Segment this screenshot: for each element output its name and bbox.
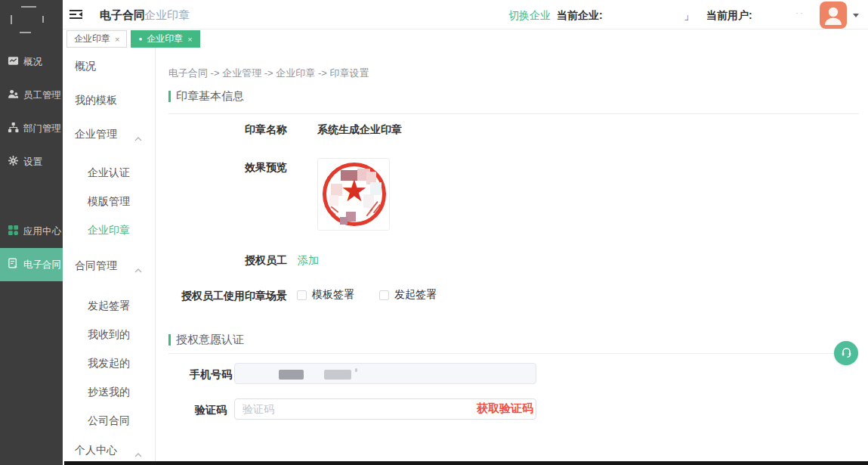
sidebar-item-label: 部门管理 — [23, 122, 61, 135]
sidebar-item-econtract[interactable]: 电子合同 — [0, 248, 63, 281]
tab-label: 企业印章 — [147, 33, 183, 45]
preview-label: 效果预览 — [156, 161, 287, 175]
current-user-label: 当前用户: — [706, 9, 752, 23]
menu-group-enterprise-mgmt[interactable]: 企业管理 — [63, 119, 155, 150]
menu-group-contract-mgmt[interactable]: 合同管理 — [63, 251, 155, 281]
breadcrumb-app: 电子合同 — [100, 8, 145, 23]
seal-name-label: 印章名称 — [156, 123, 287, 137]
seal-preview-image: ★ — [317, 158, 390, 231]
sidebar-item-label: 应用中心 — [23, 225, 61, 238]
current-company-label: 当前企业: — [557, 9, 603, 23]
menu-item-initiate-sign[interactable]: 发起签署 — [63, 292, 155, 321]
menu-item-overview[interactable]: 概况 — [63, 51, 155, 82]
checkbox-template-sign[interactable] — [297, 290, 307, 300]
section-auth-will: 授权意愿认证 — [168, 333, 244, 347]
add-staff-link[interactable]: 添加 — [298, 254, 319, 268]
page-path-trail: 电子合同 -> 企业管理 -> 企业印章 -> 印章设置 — [168, 67, 369, 80]
scene-options: 模板签署 发起签署 — [297, 288, 437, 302]
contract-icon — [8, 258, 19, 271]
sidebar-item-settings[interactable]: 设置 — [0, 145, 63, 178]
breadcrumb-separator: / — [135, 8, 138, 20]
apps-icon — [8, 225, 19, 238]
sidebar-item-label: 设置 — [23, 156, 42, 169]
star-icon: ★ — [318, 175, 390, 206]
sidebar-item-label: 员工管理 — [23, 89, 61, 102]
menu-item-cc-me[interactable]: 抄送我的 — [63, 378, 155, 407]
departments-icon — [8, 122, 19, 135]
close-icon[interactable]: × — [187, 35, 192, 44]
get-code-button[interactable]: 获取验证码 — [470, 401, 533, 416]
menu-label: 概况 — [75, 60, 96, 73]
sidebar-item-employees[interactable]: 员工管理 — [0, 79, 63, 112]
primary-sidebar: 概况 员工管理 部门管理 设置 应用中心 — [0, 0, 63, 465]
section-bar — [168, 91, 171, 102]
menu-label: 抄送我的 — [88, 386, 130, 399]
redacted-user-text: ·· — [795, 8, 805, 18]
divider — [168, 113, 859, 114]
customer-service-button[interactable] — [834, 341, 858, 365]
sidebar-spacer — [0, 178, 63, 215]
menu-label: 合同管理 — [75, 259, 117, 273]
headset-icon — [840, 346, 853, 361]
menu-item-enterprise-cert[interactable]: 企业认证 — [63, 159, 155, 188]
dropdown-caret-icon[interactable] — [853, 14, 859, 17]
logo — [0, 0, 63, 45]
sidebar-item-overview[interactable]: 概况 — [0, 45, 63, 79]
tab-bar: 企业印章 × ● 企业印章 × — [63, 30, 200, 48]
chevron-up-icon — [134, 132, 142, 144]
menu-label: 我的模板 — [75, 94, 117, 107]
section-basic-info: 印章基本信息 — [168, 89, 244, 104]
menu-label: 个人中心 — [75, 444, 117, 457]
employees-icon — [8, 88, 19, 102]
switch-company-link[interactable]: 切换企业 — [508, 9, 551, 23]
section-title: 印章基本信息 — [176, 89, 244, 104]
menu-item-initiated[interactable]: 我发起的 — [63, 349, 155, 378]
top-header: 电子合同 / 企业印章 切换企业 当前企业: 」 当前用户: ·· — [63, 0, 868, 29]
checkbox-initiate-sign[interactable] — [379, 290, 389, 300]
app-window: 概况 员工管理 部门管理 设置 应用中心 — [0, 0, 868, 465]
phone-input[interactable] — [234, 363, 536, 384]
chevron-up-icon — [134, 263, 142, 275]
tab-label: 企业印章 — [74, 33, 110, 45]
phone-label: 手机号码 — [190, 368, 232, 382]
user-avatar[interactable] — [820, 2, 847, 29]
section-bar — [168, 334, 171, 346]
main-content: 电子合同 -> 企业管理 -> 企业印章 -> 印章设置 印章基本信息 印章名称… — [156, 48, 868, 465]
authorized-staff-label: 授权员工 — [156, 254, 287, 268]
section-title: 授权意愿认证 — [176, 333, 244, 347]
menu-item-received[interactable]: 我收到的 — [63, 321, 155, 349]
company-name-fragment: 」 — [684, 9, 694, 23]
menu-item-template-mgmt[interactable]: 模版管理 — [63, 188, 155, 216]
menu-label: 模版管理 — [88, 195, 130, 209]
menu-label: 企业印章 — [88, 224, 130, 237]
sidebar-item-departments[interactable]: 部门管理 — [0, 112, 63, 145]
breadcrumb-current: 企业印章 — [144, 8, 190, 23]
active-dot-icon: ● — [138, 36, 142, 42]
sidebar-item-label: 电子合同 — [23, 259, 61, 271]
chevron-up-icon — [134, 448, 142, 460]
code-label: 验证码 — [195, 404, 227, 417]
bottom-edge-strip — [64, 461, 868, 465]
menu-item-enterprise-seal[interactable]: 企业印章 — [63, 216, 155, 245]
menu-label: 公司合同 — [88, 414, 130, 428]
sidebar-item-label: 概况 — [23, 56, 42, 69]
checkbox-label[interactable]: 发起签署 — [394, 288, 437, 302]
scene-label: 授权员工使用印章场景 — [156, 290, 287, 303]
menu-label: 我发起的 — [88, 357, 130, 370]
tab-enterprise-seal[interactable]: 企业印章 × — [66, 30, 127, 48]
tab-enterprise-seal-active[interactable]: ● 企业印章 × — [131, 30, 199, 48]
menu-label: 我收到的 — [88, 328, 130, 342]
settings-icon — [8, 155, 19, 169]
seal-name-value: 系统生成企业印章 — [317, 123, 402, 137]
menu-label: 发起签署 — [88, 299, 130, 313]
menu-item-my-templates[interactable]: 我的模板 — [63, 85, 155, 116]
collapse-menu-icon[interactable] — [70, 9, 82, 23]
sidebar-item-app-center[interactable]: 应用中心 — [0, 215, 63, 248]
divider — [168, 353, 859, 354]
checkbox-label[interactable]: 模板签署 — [312, 288, 354, 302]
secondary-sidebar: 概况 我的模板 企业管理 企业认证 模版管理 企业印章 合同管理 发起签署 我收… — [63, 48, 156, 465]
menu-label: 企业管理 — [75, 128, 117, 141]
menu-label: 企业认证 — [88, 166, 130, 180]
menu-item-company-contracts[interactable]: 公司合同 — [63, 407, 155, 436]
close-icon[interactable]: × — [115, 35, 119, 44]
